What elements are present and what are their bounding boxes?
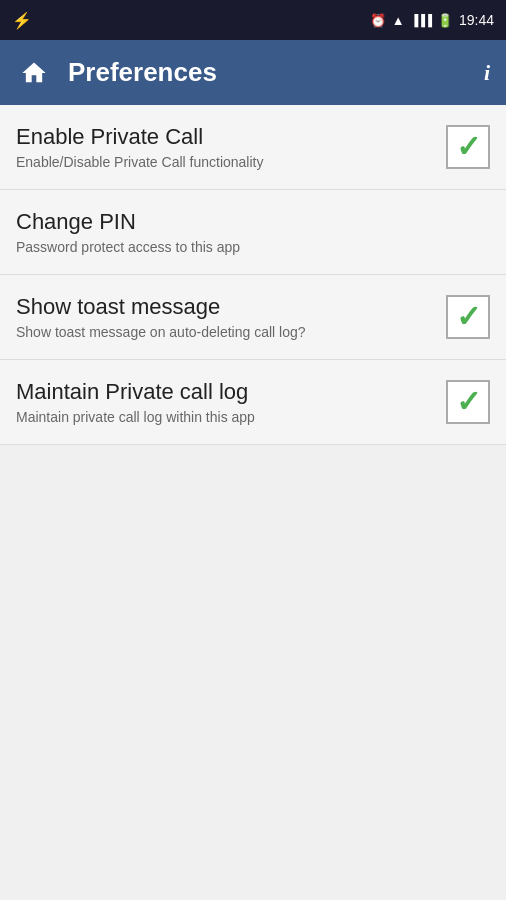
checkmark-show-toast: ✓	[456, 302, 481, 332]
pref-item-show-toast[interactable]: Show toast message Show toast message on…	[0, 275, 506, 360]
checkmark-maintain-call-log: ✓	[456, 387, 481, 417]
battery-icon: 🔋	[437, 13, 453, 28]
info-button[interactable]: i	[484, 60, 490, 86]
checkbox-show-toast[interactable]: ✓	[446, 295, 490, 339]
app-bar: Preferences i	[0, 40, 506, 105]
pref-summary-change-pin: Password protect access to this app	[16, 239, 478, 255]
alarm-icon: ⏰	[370, 13, 386, 28]
pref-summary-enable-private-call: Enable/Disable Private Call functionalit…	[16, 154, 434, 170]
usb-icon: ⚡	[12, 11, 32, 30]
status-bar-left: ⚡	[12, 11, 32, 30]
pref-item-enable-private-call[interactable]: Enable Private Call Enable/Disable Priva…	[0, 105, 506, 190]
pref-item-maintain-call-log[interactable]: Maintain Private call log Maintain priva…	[0, 360, 506, 445]
status-bar-right: ⏰ ▲ ▐▐▐ 🔋 19:44	[370, 12, 494, 28]
app-bar-title: Preferences	[68, 57, 217, 88]
pref-summary-show-toast: Show toast message on auto-deleting call…	[16, 324, 434, 340]
checkbox-maintain-call-log[interactable]: ✓	[446, 380, 490, 424]
home-icon	[20, 59, 48, 87]
home-button[interactable]	[16, 55, 52, 91]
status-bar: ⚡ ⏰ ▲ ▐▐▐ 🔋 19:44	[0, 0, 506, 40]
pref-item-text-maintain-call-log: Maintain Private call log Maintain priva…	[16, 379, 446, 425]
checkmark-enable-private-call: ✓	[456, 132, 481, 162]
pref-title-enable-private-call: Enable Private Call	[16, 124, 434, 150]
pref-title-maintain-call-log: Maintain Private call log	[16, 379, 434, 405]
pref-summary-maintain-call-log: Maintain private call log within this ap…	[16, 409, 434, 425]
app-bar-left: Preferences	[16, 55, 217, 91]
pref-title-show-toast: Show toast message	[16, 294, 434, 320]
signal-icon: ▐▐▐	[411, 14, 431, 26]
checkbox-enable-private-call[interactable]: ✓	[446, 125, 490, 169]
status-time: 19:44	[459, 12, 494, 28]
pref-item-text-show-toast: Show toast message Show toast message on…	[16, 294, 446, 340]
wifi-icon: ▲	[392, 13, 405, 28]
preferences-list: Enable Private Call Enable/Disable Priva…	[0, 105, 506, 445]
pref-item-change-pin[interactable]: Change PIN Password protect access to th…	[0, 190, 506, 275]
pref-item-text: Enable Private Call Enable/Disable Priva…	[16, 124, 446, 170]
pref-item-text-change-pin: Change PIN Password protect access to th…	[16, 209, 490, 255]
pref-title-change-pin: Change PIN	[16, 209, 478, 235]
